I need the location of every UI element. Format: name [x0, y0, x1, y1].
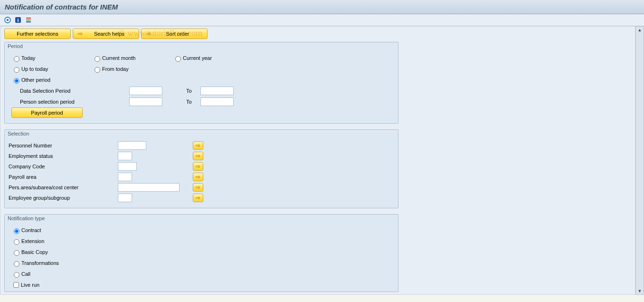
group-title-selection: Selection — [5, 130, 398, 137]
label-employee-group: Employee group/subgroup — [9, 195, 113, 201]
company-code-input[interactable] — [118, 162, 137, 171]
scroll-up-icon[interactable]: ▲ — [638, 28, 642, 32]
radio-uptoday[interactable] — [14, 67, 19, 73]
personnel-number-input[interactable] — [118, 141, 146, 150]
list-icon[interactable] — [25, 16, 32, 24]
sort-order-button[interactable]: ⇨Sort order — [141, 29, 208, 39]
label-trans: Transformations — [21, 260, 59, 266]
label-pers-area: Pers.area/subarea/cost center — [9, 185, 113, 190]
psp-from-input[interactable] — [129, 97, 162, 106]
app-toolbar: i © www.tutorialkart.com — [0, 14, 644, 26]
arrow-right-icon: ⇨ — [196, 164, 200, 169]
label-live: Live run — [21, 282, 39, 288]
search-helps-button[interactable]: ⇨Search helps — [73, 29, 139, 39]
radio-other-period[interactable] — [14, 78, 19, 84]
arrow-right-icon: ⇨ — [78, 31, 83, 37]
label-call: Call — [21, 271, 30, 277]
multi-select-area[interactable]: ⇨ — [193, 183, 203, 192]
checkbox-live-run[interactable] — [13, 282, 19, 288]
radio-transformations[interactable] — [14, 261, 19, 267]
window-title: Notification of contracts for INEM — [0, 0, 644, 14]
label-dsp: Data Selection Period — [20, 88, 70, 94]
period-group: Period Today Current month Current year … — [4, 42, 398, 124]
multi-select-es[interactable]: ⇨ — [193, 152, 203, 160]
label-to1: To — [186, 88, 200, 94]
pers-area-input[interactable] — [118, 183, 180, 192]
multi-select-eg[interactable]: ⇨ — [193, 194, 203, 202]
arrow-right-icon: ⇨ — [196, 174, 200, 180]
multi-select-cc[interactable]: ⇨ — [193, 162, 203, 171]
main-content: Further selections ⇨Search helps ⇨Sort o… — [0, 26, 635, 295]
group-title-period: Period — [5, 42, 398, 50]
employment-status-input[interactable] — [118, 152, 132, 160]
radio-current-month[interactable] — [95, 56, 100, 62]
label-personnel-number: Personnel Number — [9, 143, 113, 148]
multi-select-pa[interactable]: ⇨ — [193, 173, 203, 181]
arrow-right-icon: ⇨ — [196, 195, 200, 201]
dsp-to-input[interactable] — [200, 87, 234, 95]
label-psp: Person selection period — [20, 99, 75, 105]
selection-group: Selection Personnel Number ⇨ Employment … — [4, 129, 398, 208]
execute-icon[interactable] — [4, 16, 11, 24]
label-extension: Extension — [21, 238, 44, 244]
label-basic: Basic Copy — [21, 249, 48, 255]
label-to2: To — [186, 99, 200, 105]
further-selections-button[interactable]: Further selections — [4, 29, 71, 39]
label-contract: Contract — [21, 227, 41, 233]
label-curyear: Current year — [183, 55, 212, 61]
radio-fromtoday[interactable] — [95, 67, 100, 73]
payroll-period-button[interactable]: Payroll period — [11, 107, 83, 118]
psp-to-input[interactable] — [200, 97, 234, 106]
label-payroll-area: Payroll area — [9, 174, 113, 180]
multi-select-pn[interactable]: ⇨ — [193, 141, 203, 150]
label-curmonth: Current month — [102, 55, 135, 61]
label-company-code: Company Code — [9, 164, 113, 169]
employee-group-input[interactable] — [118, 194, 132, 202]
arrow-right-icon: ⇨ — [196, 143, 200, 148]
arrow-right-icon: ⇨ — [146, 31, 151, 37]
info-icon[interactable]: i — [14, 16, 22, 24]
svg-text:i: i — [17, 17, 19, 23]
label-today: Today — [21, 55, 35, 61]
label-employment-status: Employment status — [9, 153, 113, 159]
radio-basic-copy[interactable] — [14, 250, 19, 256]
svg-point-1 — [7, 19, 9, 21]
group-title-ntype: Notification type — [5, 214, 398, 222]
radio-today[interactable] — [14, 56, 19, 62]
payroll-area-input[interactable] — [118, 173, 132, 181]
scroll-down-icon[interactable]: ▼ — [638, 289, 642, 293]
radio-call[interactable] — [14, 272, 19, 278]
notification-type-group: Notification type Contract Extension Bas… — [4, 214, 398, 292]
arrow-right-icon: ⇨ — [196, 185, 200, 190]
label-uptoday: Up to today — [21, 66, 48, 72]
vertical-scrollbar[interactable]: ▲ ▼ — [635, 26, 644, 295]
label-fromtoday: From today — [102, 66, 129, 72]
arrow-right-icon: ⇨ — [196, 153, 200, 159]
dsp-from-input[interactable] — [129, 87, 162, 95]
radio-extension[interactable] — [14, 239, 19, 245]
label-other: Other period — [21, 77, 50, 83]
radio-contract[interactable] — [14, 228, 19, 234]
radio-current-year[interactable] — [175, 56, 181, 62]
